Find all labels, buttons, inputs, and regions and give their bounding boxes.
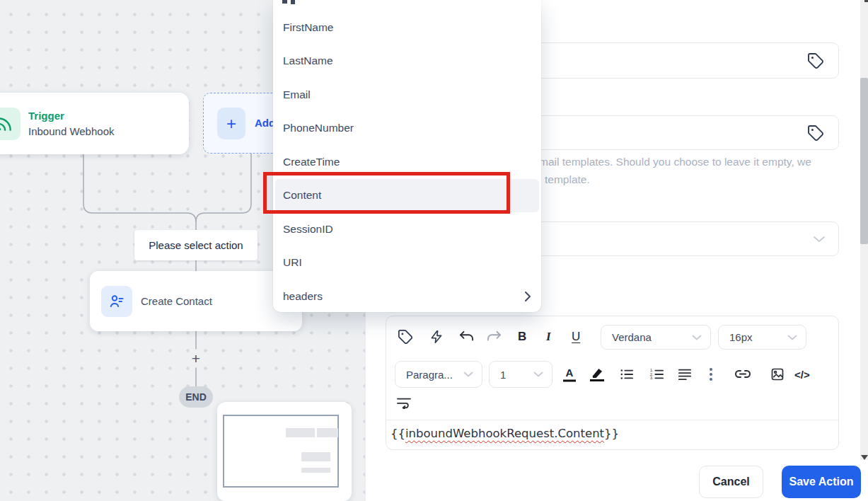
font-color-button[interactable]: A [563,367,576,382]
underline-button[interactable]: U [572,330,580,344]
scrollbar-top-fragment [864,0,868,2]
dropdown-item-sessionid[interactable]: SessionID [273,212,541,246]
font-size-select[interactable]: 16px [718,325,806,350]
helper-text-line2: template. [545,173,590,186]
svg-text:3.: 3. [650,376,653,380]
dropdown-item-lastname[interactable]: LastName [273,45,541,79]
text-wrap-icon[interactable] [396,396,412,409]
annotation-highlight-rect [263,172,510,214]
minimap-bar [301,452,330,461]
align-icon[interactable] [678,368,692,381]
dropdown-item-label: headers [283,290,323,303]
font-size-value: 16px [729,331,753,343]
merge-variable: inboundWebhookRequest.Content [405,427,604,440]
brace-close: }} [604,427,619,440]
scrollbar-thumb[interactable] [860,78,868,244]
minimap-frame [223,415,339,488]
insert-step-button[interactable]: + [188,350,204,367]
undo-icon[interactable] [459,330,475,343]
image-icon[interactable] [770,367,785,381]
create-contact-label: Create Contact [141,295,212,307]
font-family-select[interactable]: Verdana [601,325,711,350]
lightning-icon[interactable] [429,329,444,345]
editor-divider [386,420,838,420]
save-action-button[interactable]: Save Action [782,466,861,498]
tag-icon[interactable] [807,52,824,69]
plus-icon: + [217,108,245,139]
end-node: END [179,386,213,408]
minimap-bar [317,428,338,437]
contact-person-icon [101,286,132,317]
dropdown-item-firstname[interactable]: FirstName [273,11,541,45]
dropdown-item-uri[interactable]: URI [273,246,541,280]
link-icon[interactable] [734,368,751,381]
dropdown-item-phonenumber[interactable]: PhoneNumber [273,112,541,146]
trigger-node[interactable]: Trigger Inbound Webhook [0,93,189,154]
list-level-value: 1 [500,369,506,381]
paragraph-style-value: Paragra... [406,369,453,381]
chevron-right-icon [524,291,531,302]
tag-icon[interactable] [807,125,824,142]
dropdown-item-headers[interactable]: headers [273,280,541,312]
clipped-item-fragment [291,0,295,4]
chevron-down-icon [813,236,826,243]
brace-open: {{ [390,427,405,440]
merge-tag-icon[interactable] [398,329,413,345]
highlighter-icon[interactable] [590,367,604,381]
merge-field-dropdown: FirstName LastName Email PhoneNumber Cre… [273,0,541,312]
scrollbar-down-arrow[interactable] [861,455,868,460]
minimap-bar [286,428,315,437]
helper-text-line1: mail templates. Should you choose to lea… [539,156,811,168]
italic-button[interactable]: I [546,330,551,344]
create-contact-node[interactable]: Create Contact [90,271,302,331]
bold-button[interactable]: B [518,330,526,344]
action-prompt-label: Please select action [149,239,243,251]
trigger-title: Trigger [28,110,64,122]
font-family-value: Verdana [612,331,652,343]
rich-text-editor: B I U Verdana 16px Paragra... 1 A 1.2.3. [386,316,839,450]
end-label: END [185,391,207,403]
editor-content[interactable]: {{inboundWebhookRequest.Content}} [390,427,619,440]
cancel-button[interactable]: Cancel [699,466,763,498]
dropdown-item-email[interactable]: Email [273,78,541,112]
clipped-item-fragment [282,0,287,4]
minimap-bar [301,468,330,473]
minimap-preview-card [217,402,352,501]
trigger-subtitle: Inbound Webhook [28,125,115,137]
more-options-icon[interactable] [709,367,713,381]
redo-icon[interactable] [486,330,502,343]
list-level-select[interactable]: 1 [489,361,552,388]
bullet-list-icon[interactable] [620,368,634,381]
add-label: Add [255,117,275,129]
paragraph-style-select[interactable]: Paragra... [395,361,482,388]
webhook-icon [0,108,21,140]
action-prompt-box: Please select action [134,230,257,260]
numbered-list-icon[interactable]: 1.2.3. [650,368,664,381]
code-icon[interactable]: </> [794,369,810,381]
